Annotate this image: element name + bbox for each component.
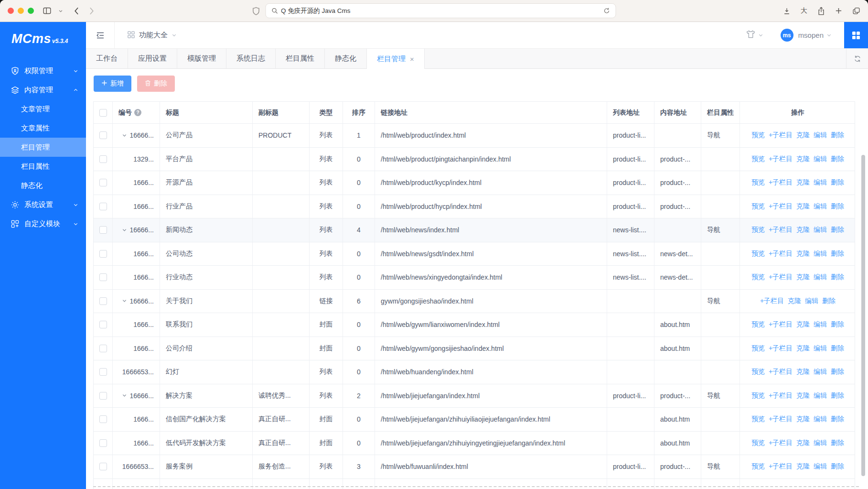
row-checkbox[interactable]: [99, 368, 107, 376]
action-link-子栏目[interactable]: +子栏目: [769, 368, 793, 376]
action-link-子栏目[interactable]: +子栏目: [769, 415, 793, 424]
avatar[interactable]: ms: [781, 29, 793, 42]
action-link-预览[interactable]: 预览: [751, 344, 765, 353]
reload-icon[interactable]: [603, 8, 610, 14]
action-link-克隆[interactable]: 克隆: [796, 131, 810, 140]
action-link-编辑[interactable]: 编辑: [814, 439, 827, 447]
forward-icon[interactable]: [89, 7, 95, 15]
action-link-克隆[interactable]: 克隆: [796, 391, 810, 400]
action-link-编辑[interactable]: 编辑: [814, 202, 827, 211]
row-checkbox[interactable]: [99, 203, 107, 210]
action-link-子栏目[interactable]: +子栏目: [769, 462, 793, 471]
sidebar-item-权限管理[interactable]: 权限管理: [0, 61, 86, 80]
row-checkbox[interactable]: [99, 392, 107, 400]
action-link-子栏目[interactable]: +子栏目: [769, 202, 793, 211]
row-checkbox[interactable]: [99, 439, 107, 447]
zoom-window-button[interactable]: [28, 8, 34, 14]
action-link-预览[interactable]: 预览: [751, 368, 765, 376]
action-link-删除[interactable]: 删除: [831, 344, 844, 353]
help-icon[interactable]: ?: [134, 109, 141, 116]
action-link-克隆[interactable]: 克隆: [796, 462, 810, 471]
tab-应用设置[interactable]: 应用设置: [128, 49, 177, 68]
action-link-删除[interactable]: 删除: [822, 297, 836, 305]
back-icon[interactable]: [74, 7, 79, 15]
action-link-删除[interactable]: 删除: [831, 368, 844, 376]
action-link-编辑[interactable]: 编辑: [805, 297, 818, 305]
action-link-删除[interactable]: 删除: [831, 226, 844, 234]
action-link-预览[interactable]: 预览: [751, 462, 765, 471]
action-link-编辑[interactable]: 编辑: [814, 415, 827, 424]
action-link-子栏目[interactable]: +子栏目: [769, 344, 793, 353]
scrollbar-thumb[interactable]: [861, 155, 865, 476]
action-link-删除[interactable]: 删除: [831, 178, 844, 187]
download-icon[interactable]: [783, 7, 791, 15]
action-link-编辑[interactable]: 编辑: [814, 178, 827, 187]
vertical-scrollbar[interactable]: [861, 155, 865, 489]
action-link-克隆[interactable]: 克隆: [796, 368, 810, 376]
app-menu-dropdown[interactable]: 功能大全: [127, 31, 177, 40]
action-link-子栏目[interactable]: +子栏目: [769, 250, 793, 258]
action-link-预览[interactable]: 预览: [751, 155, 765, 163]
row-checkbox[interactable]: [99, 226, 107, 234]
tab-静态化[interactable]: 静态化: [325, 49, 367, 68]
action-link-子栏目[interactable]: +子栏目: [769, 439, 793, 447]
sidebar-item-内容管理[interactable]: 内容管理: [0, 80, 86, 99]
tab-close-icon[interactable]: ×: [410, 55, 414, 63]
action-link-编辑[interactable]: 编辑: [814, 391, 827, 400]
minimize-window-button[interactable]: [18, 8, 24, 14]
tab-栏目管理[interactable]: 栏目管理×: [367, 49, 425, 69]
sidebar-subitem-文章属性[interactable]: 文章属性: [0, 119, 86, 138]
chevron-down-icon[interactable]: [826, 31, 832, 40]
sidebar-subitem-栏目属性[interactable]: 栏目属性: [0, 157, 86, 176]
action-link-预览[interactable]: 预览: [751, 273, 765, 282]
action-link-删除[interactable]: 删除: [831, 131, 844, 140]
collapse-sidebar-button[interactable]: [86, 22, 115, 48]
row-checkbox[interactable]: [99, 155, 107, 163]
translate-icon[interactable]: 大: [801, 7, 807, 15]
action-link-预览[interactable]: 预览: [751, 250, 765, 258]
action-link-子栏目[interactable]: +子栏目: [769, 320, 793, 329]
action-link-预览[interactable]: 预览: [751, 131, 765, 140]
sidebar-subitem-栏目管理[interactable]: 栏目管理: [0, 138, 86, 157]
row-checkbox[interactable]: [99, 250, 107, 258]
row-checkbox[interactable]: [99, 463, 107, 470]
new-tab-icon[interactable]: [835, 7, 842, 14]
action-link-预览[interactable]: 预览: [751, 415, 765, 424]
tab-栏目属性[interactable]: 栏目属性: [276, 49, 325, 68]
tab-系统日志[interactable]: 系统日志: [226, 49, 276, 68]
action-link-删除[interactable]: 删除: [831, 320, 844, 329]
row-checkbox[interactable]: [99, 273, 107, 281]
action-link-子栏目[interactable]: +子栏目: [769, 391, 793, 400]
action-link-克隆[interactable]: 克隆: [796, 273, 810, 282]
action-link-预览[interactable]: 预览: [751, 202, 765, 211]
sidebar-subitem-文章管理[interactable]: 文章管理: [0, 99, 86, 119]
action-link-克隆[interactable]: 克隆: [788, 297, 801, 305]
expand-caret-icon[interactable]: [122, 228, 127, 233]
expand-caret-icon[interactable]: [122, 133, 127, 138]
row-checkbox[interactable]: [99, 345, 107, 352]
action-link-克隆[interactable]: 克隆: [796, 415, 810, 424]
action-link-子栏目[interactable]: +子栏目: [769, 155, 793, 163]
refresh-tab-button[interactable]: [846, 49, 868, 68]
action-link-删除[interactable]: 删除: [831, 391, 844, 400]
expand-caret-icon[interactable]: [122, 393, 127, 398]
action-link-子栏目[interactable]: +子栏目: [769, 131, 793, 140]
sidebar-subitem-静态化[interactable]: 静态化: [0, 176, 86, 195]
row-checkbox[interactable]: [99, 297, 107, 305]
action-link-删除[interactable]: 删除: [831, 273, 844, 282]
action-link-子栏目[interactable]: +子栏目: [769, 226, 793, 234]
action-link-删除[interactable]: 删除: [831, 202, 844, 211]
share-icon[interactable]: [817, 7, 825, 15]
tab-工作台[interactable]: 工作台: [86, 49, 128, 68]
action-link-预览[interactable]: 预览: [751, 226, 765, 234]
action-link-编辑[interactable]: 编辑: [814, 250, 827, 258]
action-link-克隆[interactable]: 克隆: [796, 320, 810, 329]
row-checkbox[interactable]: [99, 415, 107, 423]
chevron-down-icon[interactable]: [58, 9, 63, 13]
action-link-克隆[interactable]: 克隆: [796, 439, 810, 447]
action-link-编辑[interactable]: 编辑: [814, 155, 827, 163]
action-link-编辑[interactable]: 编辑: [814, 368, 827, 376]
action-link-克隆[interactable]: 克隆: [796, 178, 810, 187]
action-link-子栏目[interactable]: +子栏目: [760, 297, 784, 305]
theme-dropdown[interactable]: [746, 30, 763, 41]
